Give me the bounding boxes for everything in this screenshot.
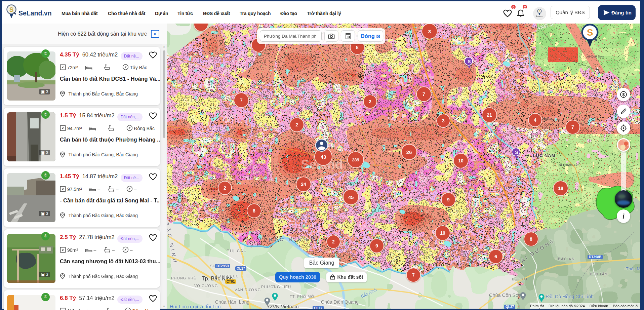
svg-text:SeLand.vn: SeLand.vn: [536, 15, 543, 17]
svg-text:S: S: [587, 27, 593, 38]
svg-text:$: $: [622, 92, 625, 97]
svg-text:S: S: [538, 10, 540, 13]
svg-text:S: S: [9, 6, 14, 13]
